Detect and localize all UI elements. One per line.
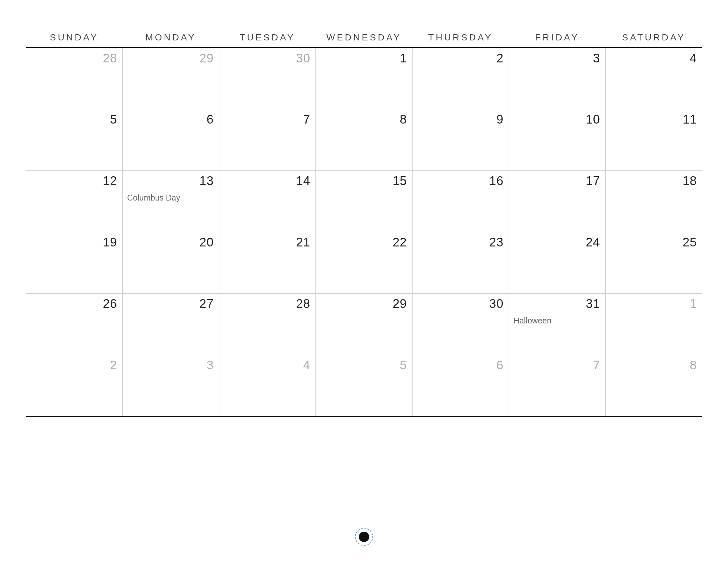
- day-number: 24: [512, 236, 600, 250]
- calendar-cell[interactable]: 28: [26, 48, 123, 109]
- day-number: 6: [416, 358, 504, 372]
- calendar-cell[interactable]: 6: [412, 355, 509, 416]
- day-number: 21: [223, 236, 311, 250]
- day-number: 12: [29, 174, 117, 188]
- day-number: 11: [609, 113, 697, 127]
- day-number: 10: [512, 113, 600, 127]
- calendar-table: SUNDAYMONDAYTUESDAYWEDNESDAYTHURSDAYFRID…: [26, 29, 702, 417]
- day-number: 1: [609, 297, 697, 311]
- weekday-header-thursday: THURSDAY: [412, 29, 509, 48]
- week-row-2: 1213Columbus Day1415161718: [26, 171, 702, 232]
- day-number: 28: [29, 51, 117, 65]
- week-row-0: 2829301234: [26, 48, 702, 109]
- weekday-header-monday: MONDAY: [123, 29, 219, 48]
- calendar-cell[interactable]: 2: [412, 48, 509, 109]
- calendar-cell[interactable]: 25: [605, 232, 702, 294]
- calendar-cell[interactable]: 8: [316, 109, 413, 171]
- calendar-cell[interactable]: 26: [26, 294, 123, 355]
- calendar-cell[interactable]: 29: [123, 48, 219, 109]
- day-number: 20: [126, 236, 214, 250]
- calendar-cell[interactable]: 31Halloween: [509, 294, 606, 355]
- day-number: 8: [319, 113, 407, 127]
- calendar-cell[interactable]: 24: [509, 232, 606, 294]
- day-number: 31: [512, 297, 600, 311]
- day-number: 3: [126, 358, 214, 372]
- calendar-cell[interactable]: 29: [316, 294, 413, 355]
- calendar-cell[interactable]: 9: [412, 109, 509, 171]
- day-number: 30: [416, 297, 504, 311]
- week-row-5: 2345678: [26, 355, 702, 416]
- day-number: 26: [29, 297, 117, 311]
- day-number: 6: [126, 113, 214, 127]
- day-number: 18: [609, 174, 697, 188]
- calendar-page: SUNDAYMONDAYTUESDAYWEDNESDAYTHURSDAYFRID…: [0, 0, 728, 566]
- day-number: 4: [609, 51, 697, 65]
- weekday-header-tuesday: TUESDAY: [219, 29, 316, 48]
- day-number: 27: [126, 297, 214, 311]
- day-number: 23: [416, 236, 504, 250]
- calendar-cell[interactable]: 7: [509, 355, 606, 416]
- calendar-cell[interactable]: 5: [316, 355, 413, 416]
- day-number: 16: [416, 174, 504, 188]
- day-number: 2: [29, 358, 117, 372]
- week-row-1: 567891011: [26, 109, 702, 171]
- calendar-cell[interactable]: 21: [219, 232, 316, 294]
- calendar-cell[interactable]: 23: [412, 232, 509, 294]
- day-number: 2: [416, 51, 504, 65]
- cursor-outer-ring: [355, 528, 373, 546]
- weekday-header-saturday: SATURDAY: [605, 29, 702, 48]
- calendar-cell[interactable]: 15: [316, 171, 413, 232]
- day-number: 25: [609, 236, 697, 250]
- calendar-cell[interactable]: 3: [123, 355, 219, 416]
- day-number: 4: [223, 358, 311, 372]
- day-number: 28: [223, 297, 311, 311]
- calendar-cell[interactable]: 19: [26, 232, 123, 294]
- calendar-cell[interactable]: 18: [605, 171, 702, 232]
- calendar-cell[interactable]: 1: [316, 48, 413, 109]
- day-number: 29: [319, 297, 407, 311]
- day-number: 7: [223, 113, 311, 127]
- day-number: 15: [319, 174, 407, 188]
- calendar-cell[interactable]: 28: [219, 294, 316, 355]
- day-number: 9: [416, 113, 504, 127]
- week-row-3: 19202122232425: [26, 232, 702, 294]
- calendar-cell[interactable]: 6: [123, 109, 219, 171]
- calendar-cell[interactable]: 4: [605, 48, 702, 109]
- calendar-cell[interactable]: 30: [412, 294, 509, 355]
- day-number: 1: [319, 51, 407, 65]
- weekday-header-sunday: SUNDAY: [26, 29, 123, 48]
- day-number: 19: [29, 236, 117, 250]
- event-label: Columbus Day: [126, 193, 214, 203]
- calendar-cell[interactable]: 3: [509, 48, 606, 109]
- day-number: 22: [319, 236, 407, 250]
- calendar-cell[interactable]: 14: [219, 171, 316, 232]
- calendar-cell[interactable]: 13Columbus Day: [123, 171, 219, 232]
- day-number: 5: [29, 113, 117, 127]
- cursor-indicator: [354, 527, 374, 547]
- calendar-cell[interactable]: 11: [605, 109, 702, 171]
- day-number: 7: [512, 358, 600, 372]
- calendar-cell[interactable]: 5: [26, 109, 123, 171]
- calendar-cell[interactable]: 8: [605, 355, 702, 416]
- calendar-cell[interactable]: 22: [316, 232, 413, 294]
- calendar-cell[interactable]: 1: [605, 294, 702, 355]
- event-label: Halloween: [512, 316, 600, 325]
- day-number: 17: [512, 174, 600, 188]
- weekday-header-wednesday: WEDNESDAY: [316, 29, 413, 48]
- calendar-cell[interactable]: 27: [123, 294, 219, 355]
- calendar-cell[interactable]: 30: [219, 48, 316, 109]
- day-number: 14: [223, 174, 311, 188]
- calendar-cell[interactable]: 7: [219, 109, 316, 171]
- calendar-cell[interactable]: 16: [412, 171, 509, 232]
- calendar-cell[interactable]: 2: [26, 355, 123, 416]
- day-number: 8: [609, 358, 697, 372]
- calendar-cell[interactable]: 12: [26, 171, 123, 232]
- calendar-cell[interactable]: 17: [509, 171, 606, 232]
- weekday-header-row: SUNDAYMONDAYTUESDAYWEDNESDAYTHURSDAYFRID…: [26, 29, 702, 48]
- week-row-4: 262728293031Halloween1: [26, 294, 702, 355]
- calendar-cell[interactable]: 20: [123, 232, 219, 294]
- calendar-cell[interactable]: 4: [219, 355, 316, 416]
- day-number: 5: [319, 358, 407, 372]
- day-number: 13: [126, 174, 214, 188]
- calendar-cell[interactable]: 10: [509, 109, 606, 171]
